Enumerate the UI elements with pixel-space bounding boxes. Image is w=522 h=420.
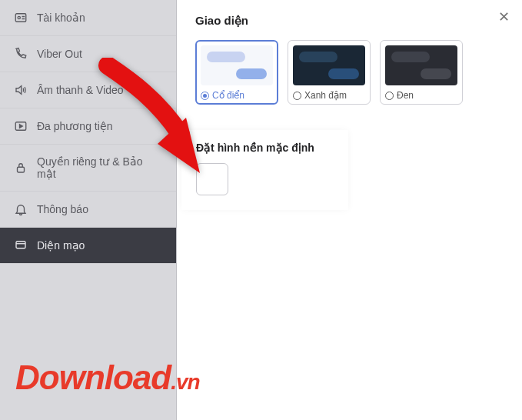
default-background-panel: Đặt hình nền mặc định [182, 131, 347, 209]
theme-option-black[interactable]: Đen [380, 40, 463, 105]
svg-rect-3 [18, 167, 25, 172]
sidebar-item-label: Thông báo [37, 203, 88, 215]
chat-bubble-preview [299, 52, 337, 62]
theme-label: Cổ điển [201, 90, 273, 101]
theme-picker: Cổ điển Xanh đậm [195, 40, 504, 105]
radio-unselected-icon [293, 92, 301, 100]
panel-title: Đặt hình nền mặc định [196, 142, 334, 154]
chat-bubble-preview [328, 68, 359, 79]
account-icon [14, 11, 28, 25]
media-icon [14, 119, 28, 133]
theme-label: Đen [385, 90, 457, 101]
theme-preview [385, 45, 457, 85]
lock-icon [14, 161, 28, 175]
settings-sidebar: Tài khoản Viber Out Âm thanh & Video [0, 0, 177, 420]
speaker-icon [14, 83, 28, 97]
theme-preview [201, 45, 273, 85]
svg-point-1 [18, 16, 20, 18]
theme-option-classic[interactable]: Cổ điển [195, 40, 278, 105]
chat-bubble-preview [421, 68, 451, 79]
chat-bubble-preview [236, 68, 267, 79]
sidebar-item-label: Âm thanh & Video [37, 84, 124, 96]
sidebar-item-label: Tài khoản [37, 12, 85, 24]
theme-label: Xanh đậm [293, 90, 365, 101]
settings-content: ✕ Giao diện Cổ điển [177, 0, 522, 420]
bell-icon [14, 202, 28, 216]
theme-option-navy[interactable]: Xanh đậm [288, 40, 371, 105]
chat-bubble-preview [207, 52, 245, 62]
sidebar-item-label: Diện mạo [37, 239, 85, 252]
sidebar-item-account[interactable]: Tài khoản [0, 0, 176, 36]
sidebar-item-label: Viber Out [37, 48, 82, 60]
appearance-icon [14, 238, 28, 252]
sidebar-item-viber-out[interactable]: Viber Out [0, 36, 176, 72]
watermark: Download.vn [15, 358, 200, 397]
radio-selected-icon [201, 92, 209, 100]
sidebar-item-label: Quyền riêng tư & Bảo mật [37, 155, 162, 180]
sidebar-item-audio-video[interactable]: Âm thanh & Video [0, 72, 176, 108]
radio-unselected-icon [385, 92, 394, 100]
sidebar-item-notifications[interactable]: Thông báo [0, 192, 176, 228]
sidebar-item-media[interactable]: Đa phương tiện [0, 108, 176, 145]
phone-icon [14, 47, 28, 61]
default-background-swatch[interactable] [196, 163, 228, 195]
svg-rect-4 [16, 242, 25, 248]
close-icon: ✕ [498, 8, 510, 25]
sidebar-item-privacy[interactable]: Quyền riêng tư & Bảo mật [0, 145, 176, 192]
sidebar-item-appearance[interactable]: Diện mạo [0, 228, 176, 264]
sidebar-item-label: Đa phương tiện [37, 120, 113, 132]
chat-bubble-preview [391, 52, 430, 62]
section-title: Giao diện [195, 14, 504, 28]
close-button[interactable]: ✕ [496, 9, 511, 25]
theme-preview [293, 45, 365, 85]
